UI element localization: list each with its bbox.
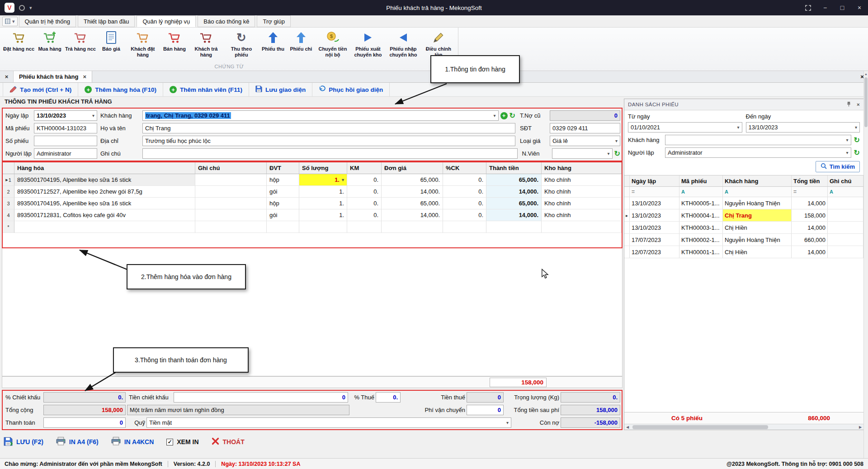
chevron-down-icon[interactable]: ▾ xyxy=(494,113,496,118)
ribbon-phieu-nhap-chuyen-kho[interactable]: Phiếu nhập chuyển kho xyxy=(386,29,421,58)
date-created-field[interactable]: 13/10/2023▾ xyxy=(34,110,97,121)
close-icon[interactable]: × xyxy=(83,73,86,80)
list-item[interactable]: 13/10/2023 KTH00005-1... Nguyễn Hoàng Th… xyxy=(624,197,863,209)
column-header[interactable]: Ngày lập xyxy=(630,175,679,186)
cash-fund-combo[interactable]: Tiền mặt▾ xyxy=(146,417,511,428)
cell-customer[interactable]: Nguyễn Hoàng Thiện xyxy=(723,234,792,246)
column-header[interactable]: Khách hàng xyxy=(723,175,792,186)
cell-product[interactable]: 8935001704195, Alpenlibe kẹo sữa 16 stic… xyxy=(14,174,195,186)
table-row[interactable]: 2 8935001712527, Alpenlibe kẹo 2chew gói… xyxy=(3,186,622,198)
receipt-number-field[interactable] xyxy=(34,136,97,146)
cell-date[interactable]: 13/10/2023 xyxy=(630,209,679,221)
menu-tab-quan-ly-nghiep-vu[interactable]: Quản lý nghiệp vụ xyxy=(137,15,196,27)
cell-date[interactable]: 12/07/2023 xyxy=(630,246,679,258)
employee-combo[interactable]: ▾ xyxy=(552,148,613,159)
filter-equals-icon[interactable]: = xyxy=(793,189,797,195)
cell-unit[interactable] xyxy=(267,221,299,233)
column-header[interactable]: ĐVT xyxy=(267,162,299,174)
column-header[interactable]: Đơn giá xyxy=(382,162,443,174)
cell-quantity[interactable]: 1. xyxy=(299,198,347,209)
column-header[interactable]: Kho hàng xyxy=(542,162,622,174)
add-employee-button[interactable]: + Thêm nhân viên (F11) xyxy=(163,83,249,96)
cell-customer[interactable]: Chị Hiền xyxy=(723,222,792,233)
tab-phieu-khach-tra-hang[interactable]: Phiếu khách trả hàng × xyxy=(14,71,92,82)
customer-name-field[interactable]: Chị Trang xyxy=(142,123,515,133)
ribbon-dat-hang-ncc[interactable]: Đặt hàng ncc xyxy=(2,29,36,53)
column-header[interactable]: Ghi chú xyxy=(828,175,863,186)
ribbon-chuyen-tien-noi-bo[interactable]: $ Chuyển tiền nội bộ xyxy=(315,29,350,58)
creator-filter-combo[interactable]: Administrator▾ xyxy=(665,147,851,158)
vertical-scrollbar[interactable]: ▲ xyxy=(863,71,868,458)
cell-note[interactable] xyxy=(828,246,863,258)
ribbon-bao-gia[interactable]: Báo giá xyxy=(97,29,125,53)
ribbon-khach-dat-hang[interactable]: Khách đặt hàng xyxy=(125,29,160,58)
create-new-button[interactable]: Tạo mới (Ctrl + N) xyxy=(3,83,78,96)
cell-total[interactable]: 14,000 xyxy=(792,222,828,233)
cell-product[interactable]: 8935001712527, Alpenlibe kẹo 2chew gói 8… xyxy=(14,186,195,198)
close-icon[interactable]: × xyxy=(857,102,860,107)
from-date-field[interactable]: 01/10/2021▾ xyxy=(628,122,742,133)
creator-field[interactable]: Administrator xyxy=(34,148,97,159)
print-a4-button[interactable]: IN A4 (F6) xyxy=(56,437,99,447)
cell-code[interactable]: KTH00005-1... xyxy=(679,197,723,209)
horizontal-scrollbar[interactable]: ◀ ▶ xyxy=(624,424,863,430)
cell-quantity[interactable] xyxy=(299,221,347,233)
cell-total[interactable]: 14,000 xyxy=(792,246,828,258)
add-item-button[interactable]: + Thêm hàng hóa (F10) xyxy=(78,83,163,96)
cell-km[interactable]: 0. xyxy=(347,209,382,221)
exit-button[interactable]: THOÁT xyxy=(212,437,245,446)
list-item[interactable]: 13/10/2023 KTH00003-1... Chị Hiền 14,000 xyxy=(624,222,863,234)
cell-product[interactable]: 8935001712831, Cofitos kẹo cafe gói 40v xyxy=(14,209,195,221)
cell-note[interactable] xyxy=(195,221,267,233)
cell-amount[interactable] xyxy=(486,221,542,233)
cell-date[interactable]: 13/10/2023 xyxy=(630,222,679,233)
scrollbar-thumb[interactable] xyxy=(864,77,868,127)
price-type-combo[interactable]: Giá lẻ▾ xyxy=(550,136,620,146)
filter-equals-icon[interactable]: = xyxy=(632,189,635,195)
column-header[interactable]: Số lượng xyxy=(299,162,347,174)
cell-warehouse[interactable] xyxy=(542,221,622,233)
chevron-down-icon[interactable]: ▾ xyxy=(737,125,739,130)
pin-icon[interactable] xyxy=(846,101,851,108)
cell-unit[interactable]: gói xyxy=(267,186,299,198)
cell-price[interactable]: 14,000. xyxy=(382,186,443,198)
cell-date[interactable]: 13/10/2023 xyxy=(630,197,679,209)
ribbon-tra-hang-ncc[interactable]: Trả hàng ncc xyxy=(64,29,97,53)
menu-tab-quan-tri-he-thong[interactable]: Quản trị hệ thống xyxy=(19,15,76,27)
cell-note[interactable] xyxy=(828,209,863,221)
cell-code[interactable]: KTH00001-1... xyxy=(679,246,723,258)
cell-warehouse[interactable]: Kho chính xyxy=(542,174,622,186)
cell-quantity[interactable]: 1. xyxy=(299,209,347,221)
list-item[interactable]: 12/07/2023 KTH00001-1... Chị Hiền 14,000 xyxy=(624,246,863,258)
filter-text-icon[interactable]: A xyxy=(725,189,728,194)
print-a4kcn-button[interactable]: IN A4KCN xyxy=(111,437,154,447)
cell-km[interactable] xyxy=(347,221,382,233)
cell-total[interactable]: 14,000 xyxy=(792,197,828,209)
cell-warehouse[interactable]: Kho chính xyxy=(542,209,622,221)
cell-customer[interactable]: Chị Hiền xyxy=(723,246,792,258)
scroll-up-icon[interactable]: ▲ xyxy=(864,71,868,76)
close-button[interactable]: × xyxy=(851,0,868,15)
chevron-down-icon[interactable]: ▾ xyxy=(29,5,32,11)
restore-layout-button[interactable]: Phục hồi giao diện xyxy=(312,83,390,96)
column-header[interactable]: Ghi chú xyxy=(195,162,267,174)
cell-discount[interactable]: 0. xyxy=(443,186,486,198)
cell-total[interactable]: 158,000 xyxy=(792,209,828,221)
close-tab-icon[interactable]: × xyxy=(0,71,14,82)
refresh-icon[interactable]: ↻ xyxy=(854,137,860,144)
filter-text-icon[interactable]: A xyxy=(830,189,833,194)
cell-km[interactable]: 0. xyxy=(347,186,382,198)
add-customer-button[interactable]: + xyxy=(500,112,508,119)
cell-price[interactable]: 65,000. xyxy=(382,198,443,209)
note-field[interactable] xyxy=(142,148,518,159)
cell-discount[interactable]: 0. xyxy=(443,198,486,209)
cell-note[interactable] xyxy=(828,222,863,233)
chevron-down-icon[interactable]: ▾ xyxy=(615,138,618,143)
menu-tab-tro-giup[interactable]: Trợ giúp xyxy=(257,15,291,27)
cell-km[interactable]: 0. xyxy=(347,198,382,209)
column-header[interactable]: Hàng hóa xyxy=(14,162,195,174)
chevron-down-icon[interactable]: ▾ xyxy=(608,151,610,156)
save-button[interactable]: LƯU (F2) xyxy=(4,437,43,447)
cell-warehouse[interactable]: Kho chính xyxy=(542,186,622,198)
cell-discount[interactable]: 0. xyxy=(443,174,486,186)
